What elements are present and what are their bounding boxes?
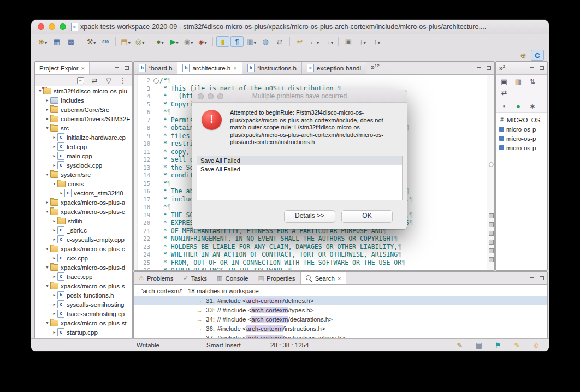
tree-item[interactable]: stm32f4disco-micro-os-plu [35,86,132,96]
tree-item[interactable]: stdlib [35,216,132,225]
collapse-arrow-icon[interactable] [44,172,50,177]
maximize-editor-button[interactable] [486,64,492,71]
minimize-editor-button[interactable] [476,64,482,71]
tree-item[interactable]: hposix-functions.h [35,290,132,300]
link-with-editor-icon[interactable]: ⇄ [88,75,101,86]
restore-view-icon[interactable]: ▣ [498,76,511,87]
tree-item[interactable]: xpacks/micro-os-plus-d [35,263,132,272]
open-perspective-icon[interactable]: ⊕ [517,50,530,61]
collapse-arrow-icon[interactable] [51,181,57,186]
dialog-zoom-button[interactable] [217,93,223,99]
tab-tasks[interactable]: ✓Tasks [178,272,212,284]
search-result-row[interactable]: 37:#include <arch-cortexm/instructions-i… [134,333,547,338]
zoom-window-button[interactable] [60,23,66,30]
view-overflow-chevron[interactable]: »2 [499,64,505,72]
editor-tab[interactable]: h*board.h [134,62,177,74]
run-icon[interactable]: ▶ [168,36,181,47]
dialog-titlebar[interactable]: Multiple problems have occurred [192,90,407,103]
tree-item[interactable]: cmain.cpp [35,151,132,161]
minimize-view-button[interactable] [114,64,120,71]
forward-icon[interactable]: → [322,36,335,47]
search-result-row[interactable]: 36:#include <arch-cortexm/instructions.h… [134,324,547,333]
build-all-icon[interactable]: ⚒ [85,36,98,47]
expand-arrow-icon[interactable] [44,98,50,103]
maximize-view-button[interactable] [538,64,545,71]
search-results-list[interactable]: 31:#include <arch-cortexm/defines.h>33:/… [134,296,547,338]
tree-item[interactable]: cmsis [35,179,132,188]
show-whitespace-icon[interactable]: ¶ [230,36,244,47]
new-c-project-icon[interactable]: ▤ [119,36,132,47]
annotation-mark[interactable] [489,257,494,262]
tree-item[interactable]: cvectors_stm32f40 [35,188,132,198]
external-tools-icon[interactable]: ◈ [196,36,209,47]
collapse-all-icon[interactable]: − [74,75,87,86]
back-icon[interactable]: ← [307,36,321,47]
search-result-row[interactable]: 33:// #include <arch-cortexm/types.h> [134,305,547,314]
annotation-mark[interactable] [489,231,494,236]
editor-tab[interactable]: h*instructions.h [242,62,302,74]
collapse-arrow-icon[interactable] [44,283,50,288]
outline-list[interactable]: MICRO_OSmicro-os-pmicro-os-pmicro-os-p [496,113,547,152]
search-result-row[interactable]: 31:#include <arch-cortexm/defines.h> [134,296,547,305]
close-tab-icon[interactable] [233,65,236,72]
expand-arrow-icon[interactable] [44,200,50,205]
expand-arrow-icon[interactable] [51,144,57,149]
tab-properties[interactable]: ▤Properties [253,272,300,284]
expand-arrow-icon[interactable] [51,274,57,279]
tree-item[interactable]: cled.cpp [35,142,132,151]
expand-arrow-icon[interactable] [51,228,57,233]
expand-arrow-icon[interactable] [51,218,57,223]
tree-item[interactable]: xpacks/micro-os-plus-a [35,198,132,207]
editor-tab[interactable]: harchitecture.h [177,62,242,74]
tree-item[interactable]: csysclock.cpp [35,161,132,170]
expand-arrow-icon[interactable] [51,302,57,307]
tree-item[interactable]: src [35,123,132,133]
tab-project-explorer[interactable]: Project Explor [35,62,90,74]
expand-arrow-icon[interactable] [44,107,50,112]
annotation-mark[interactable] [489,162,494,167]
expand-arrow-icon[interactable] [58,191,64,195]
last-edit-location-icon[interactable]: ↩ [293,36,306,47]
save-all-icon[interactable]: ▩ [64,36,78,47]
problem-list-item[interactable]: Save All Failed [197,165,402,174]
progress-icon[interactable]: ☺ [530,340,543,351]
tree-item[interactable]: xpacks/micro-os-plus-s [35,281,132,290]
tree-item[interactable]: ctrace-semihosting.cp [35,309,132,318]
overview-icon[interactable]: ▤ [472,340,486,351]
binary-trace-icon[interactable]: 010 [99,36,112,47]
window-titlebar[interactable]: c xpack-tests-workspace-2020-09 - stm32f… [31,20,549,34]
pin-view-icon[interactable]: ▪ [498,100,511,111]
expand-arrow-icon[interactable] [51,163,57,168]
expand-arrow-icon[interactable] [51,153,57,158]
tree-item[interactable]: xpacks/micro-os-plus-c [35,207,132,216]
annotation-mark[interactable] [489,248,494,253]
tree-item[interactable]: cstartup.cpp [35,328,132,337]
minimize-view-button[interactable] [529,275,535,281]
highlight-occurrences-icon[interactable]: ▮ [216,36,229,47]
filter-icon[interactable]: ▽ [102,75,115,86]
link-with-editor-icon[interactable]: ⇄ [498,87,511,98]
minimize-view-button[interactable] [529,64,535,71]
overview-ruler[interactable] [487,75,494,270]
maximize-view-button[interactable] [538,275,545,281]
open-console-icon[interactable]: ▥ [245,36,258,47]
problem-list-item[interactable]: Save All Failed [197,156,402,165]
tree-item[interactable]: cubemx/Drivers/STM32F [35,114,132,123]
collapse-arrow-icon[interactable] [44,265,50,270]
expand-arrow-icon[interactable] [51,237,57,242]
ok-button[interactable]: OK [341,210,393,223]
tree-item[interactable]: system/src [35,170,132,179]
tab-search[interactable]: Search [300,272,347,284]
flag-icon[interactable]: ⚑ [492,340,505,351]
expand-arrow-icon[interactable] [51,330,57,335]
dialog-close-button[interactable] [198,93,204,99]
profile-icon[interactable]: ◉ [182,36,195,47]
tree-item[interactable]: c_sbrk.c [35,225,132,235]
expand-arrow-icon[interactable] [44,116,50,121]
close-tab-icon[interactable] [338,275,341,282]
outline-item[interactable]: micro-os-p [496,134,547,143]
tree-item[interactable]: cubemx/Core/Src [35,105,132,114]
tree-item[interactable]: cinitialize-hardware.cp [35,133,132,142]
dialog-minimize-button[interactable] [208,93,214,99]
tab-problems[interactable]: ⚠Problems [134,272,178,284]
